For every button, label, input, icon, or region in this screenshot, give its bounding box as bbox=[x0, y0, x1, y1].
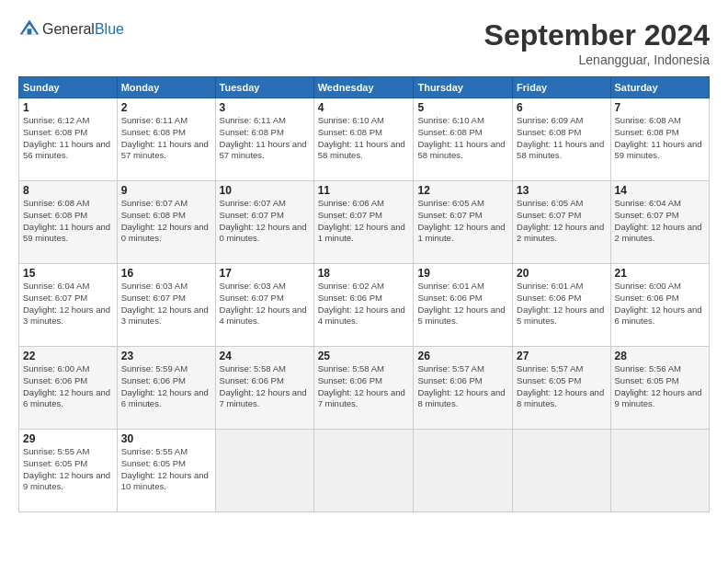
calendar-cell: 3Sunrise: 6:11 AMSunset: 6:08 PMDaylight… bbox=[215, 98, 313, 181]
day-header-friday: Friday bbox=[513, 77, 610, 98]
logo: GeneralBlue bbox=[18, 18, 124, 40]
day-header-monday: Monday bbox=[117, 77, 215, 98]
day-info: Sunrise: 6:06 AMSunset: 6:07 PMDaylight:… bbox=[318, 198, 410, 245]
page: GeneralBlue September 2024 Lenangguar, I… bbox=[0, 0, 728, 563]
calendar-cell bbox=[215, 430, 313, 512]
day-number: 22 bbox=[23, 350, 113, 362]
day-info: Sunrise: 6:01 AMSunset: 6:06 PMDaylight:… bbox=[417, 281, 508, 327]
day-number: 10 bbox=[220, 184, 310, 197]
calendar-cell: 6Sunrise: 6:09 AMSunset: 6:08 PMDaylight… bbox=[513, 98, 610, 181]
day-info: Sunrise: 6:12 AMSunset: 6:08 PMDaylight:… bbox=[23, 115, 113, 162]
day-number: 2 bbox=[121, 101, 211, 114]
calendar-cell: 26Sunrise: 5:57 AMSunset: 6:06 PMDayligh… bbox=[414, 347, 513, 430]
calendar-cell: 10Sunrise: 6:07 AMSunset: 6:07 PMDayligh… bbox=[215, 181, 313, 264]
day-number: 21 bbox=[615, 267, 705, 280]
day-info: Sunrise: 6:08 AMSunset: 6:08 PMDaylight:… bbox=[615, 115, 705, 162]
day-number: 13 bbox=[517, 184, 606, 197]
calendar-header-row: SundayMondayTuesdayWednesdayThursdayFrid… bbox=[19, 77, 710, 98]
day-number: 24 bbox=[220, 350, 310, 362]
logo-icon bbox=[18, 18, 40, 40]
calendar-cell: 23Sunrise: 5:59 AMSunset: 6:06 PMDayligh… bbox=[117, 347, 215, 430]
calendar-cell: 13Sunrise: 6:05 AMSunset: 6:07 PMDayligh… bbox=[513, 181, 610, 264]
day-info: Sunrise: 6:07 AMSunset: 6:08 PMDaylight:… bbox=[121, 198, 211, 245]
day-number: 7 bbox=[615, 101, 705, 114]
day-number: 28 bbox=[615, 350, 705, 362]
calendar-table: SundayMondayTuesdayWednesdayThursdayFrid… bbox=[18, 76, 710, 512]
day-number: 29 bbox=[23, 432, 113, 445]
calendar-week-3: 15Sunrise: 6:04 AMSunset: 6:07 PMDayligh… bbox=[19, 264, 710, 347]
day-info: Sunrise: 5:55 AMSunset: 6:05 PMDaylight:… bbox=[23, 446, 113, 493]
calendar-cell: 19Sunrise: 6:01 AMSunset: 6:06 PMDayligh… bbox=[414, 264, 513, 347]
day-info: Sunrise: 6:00 AMSunset: 6:06 PMDaylight:… bbox=[615, 281, 705, 327]
calendar-cell: 21Sunrise: 6:00 AMSunset: 6:06 PMDayligh… bbox=[610, 264, 709, 347]
header: GeneralBlue September 2024 Lenangguar, I… bbox=[18, 18, 710, 67]
location: Lenangguar, Indonesia bbox=[484, 52, 710, 67]
day-info: Sunrise: 6:10 AMSunset: 6:08 PMDaylight:… bbox=[417, 115, 508, 162]
calendar-cell: 9Sunrise: 6:07 AMSunset: 6:08 PMDaylight… bbox=[117, 181, 215, 264]
day-number: 3 bbox=[220, 101, 310, 114]
day-number: 20 bbox=[517, 267, 606, 280]
day-number: 9 bbox=[121, 184, 211, 197]
month-title: September 2024 bbox=[484, 18, 710, 52]
calendar-cell bbox=[313, 430, 414, 512]
day-number: 1 bbox=[23, 101, 113, 114]
calendar-cell: 12Sunrise: 6:05 AMSunset: 6:07 PMDayligh… bbox=[414, 181, 513, 264]
day-info: Sunrise: 5:56 AMSunset: 6:05 PMDaylight:… bbox=[615, 363, 705, 410]
day-info: Sunrise: 6:08 AMSunset: 6:08 PMDaylight:… bbox=[23, 198, 113, 245]
calendar-cell: 15Sunrise: 6:04 AMSunset: 6:07 PMDayligh… bbox=[19, 264, 118, 347]
calendar-cell: 28Sunrise: 5:56 AMSunset: 6:05 PMDayligh… bbox=[610, 347, 709, 430]
day-number: 4 bbox=[318, 101, 410, 114]
day-number: 5 bbox=[417, 101, 508, 114]
calendar-cell bbox=[513, 430, 610, 512]
calendar-cell bbox=[414, 430, 513, 512]
logo-general-text: General bbox=[42, 21, 95, 37]
day-header-thursday: Thursday bbox=[414, 77, 513, 98]
day-header-saturday: Saturday bbox=[610, 77, 709, 98]
calendar-cell: 17Sunrise: 6:03 AMSunset: 6:07 PMDayligh… bbox=[215, 264, 313, 347]
calendar-cell: 8Sunrise: 6:08 AMSunset: 6:08 PMDaylight… bbox=[19, 181, 118, 264]
calendar-cell: 2Sunrise: 6:11 AMSunset: 6:08 PMDaylight… bbox=[117, 98, 215, 181]
day-header-tuesday: Tuesday bbox=[215, 77, 313, 98]
calendar-cell: 30Sunrise: 5:55 AMSunset: 6:05 PMDayligh… bbox=[117, 430, 215, 512]
day-info: Sunrise: 6:05 AMSunset: 6:07 PMDaylight:… bbox=[417, 198, 508, 245]
calendar-week-1: 1Sunrise: 6:12 AMSunset: 6:08 PMDaylight… bbox=[19, 98, 710, 181]
day-info: Sunrise: 6:02 AMSunset: 6:06 PMDaylight:… bbox=[318, 281, 410, 327]
day-header-wednesday: Wednesday bbox=[313, 77, 414, 98]
calendar-week-4: 22Sunrise: 6:00 AMSunset: 6:06 PMDayligh… bbox=[19, 347, 710, 430]
day-number: 25 bbox=[318, 350, 410, 362]
calendar-week-2: 8Sunrise: 6:08 AMSunset: 6:08 PMDaylight… bbox=[19, 181, 710, 264]
calendar-cell: 29Sunrise: 5:55 AMSunset: 6:05 PMDayligh… bbox=[19, 430, 118, 512]
day-number: 26 bbox=[417, 350, 508, 362]
calendar-cell: 20Sunrise: 6:01 AMSunset: 6:06 PMDayligh… bbox=[513, 264, 610, 347]
calendar-cell: 4Sunrise: 6:10 AMSunset: 6:08 PMDaylight… bbox=[313, 98, 414, 181]
day-info: Sunrise: 5:57 AMSunset: 6:06 PMDaylight:… bbox=[417, 363, 508, 410]
day-number: 17 bbox=[220, 267, 310, 280]
calendar-cell: 1Sunrise: 6:12 AMSunset: 6:08 PMDaylight… bbox=[19, 98, 118, 181]
day-number: 6 bbox=[517, 101, 606, 114]
day-info: Sunrise: 6:01 AMSunset: 6:06 PMDaylight:… bbox=[517, 281, 606, 327]
day-info: Sunrise: 5:58 AMSunset: 6:06 PMDaylight:… bbox=[220, 363, 310, 410]
title-block: September 2024 Lenangguar, Indonesia bbox=[484, 18, 710, 67]
day-info: Sunrise: 5:57 AMSunset: 6:05 PMDaylight:… bbox=[517, 363, 606, 410]
calendar-cell: 7Sunrise: 6:08 AMSunset: 6:08 PMDaylight… bbox=[610, 98, 709, 181]
day-number: 12 bbox=[417, 184, 508, 197]
calendar-week-5: 29Sunrise: 5:55 AMSunset: 6:05 PMDayligh… bbox=[19, 430, 710, 512]
calendar-cell: 16Sunrise: 6:03 AMSunset: 6:07 PMDayligh… bbox=[117, 264, 215, 347]
day-number: 15 bbox=[23, 267, 113, 280]
logo-blue-text: Blue bbox=[95, 21, 124, 37]
day-info: Sunrise: 5:55 AMSunset: 6:05 PMDaylight:… bbox=[121, 446, 211, 493]
day-number: 19 bbox=[417, 267, 508, 280]
day-info: Sunrise: 6:07 AMSunset: 6:07 PMDaylight:… bbox=[220, 198, 310, 245]
day-info: Sunrise: 6:03 AMSunset: 6:07 PMDaylight:… bbox=[220, 281, 310, 327]
day-number: 14 bbox=[615, 184, 705, 197]
day-info: Sunrise: 6:03 AMSunset: 6:07 PMDaylight:… bbox=[121, 281, 211, 327]
day-number: 18 bbox=[318, 267, 410, 280]
day-number: 16 bbox=[121, 267, 211, 280]
day-info: Sunrise: 6:00 AMSunset: 6:06 PMDaylight:… bbox=[23, 363, 113, 410]
calendar-cell: 11Sunrise: 6:06 AMSunset: 6:07 PMDayligh… bbox=[313, 181, 414, 264]
day-info: Sunrise: 5:59 AMSunset: 6:06 PMDaylight:… bbox=[121, 363, 211, 410]
day-info: Sunrise: 6:05 AMSunset: 6:07 PMDaylight:… bbox=[517, 198, 606, 245]
day-info: Sunrise: 6:04 AMSunset: 6:07 PMDaylight:… bbox=[23, 281, 113, 327]
day-info: Sunrise: 6:11 AMSunset: 6:08 PMDaylight:… bbox=[220, 115, 310, 162]
day-header-sunday: Sunday bbox=[19, 77, 118, 98]
